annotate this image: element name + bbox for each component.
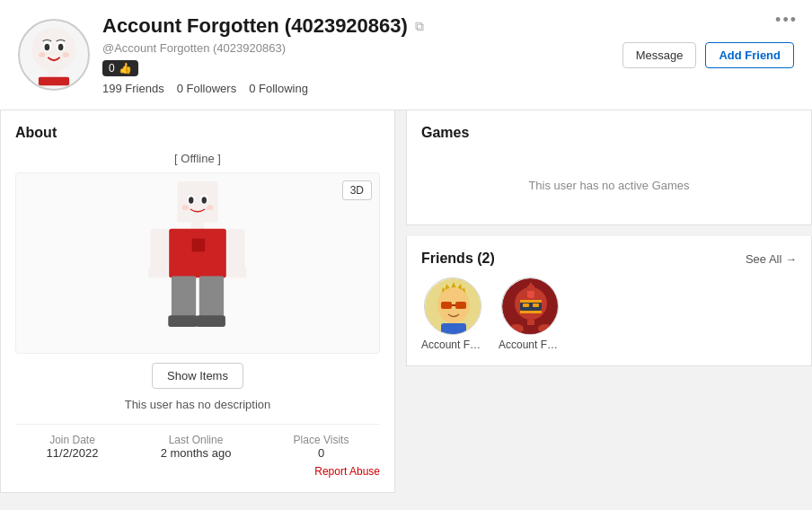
avatar-3d	[126, 173, 269, 353]
more-options-button[interactable]: •••	[775, 11, 798, 30]
svg-point-12	[189, 197, 193, 203]
join-date-label: Join Date	[47, 434, 99, 446]
svg-rect-22	[227, 267, 247, 278]
profile-name-row: Account Forgotten (4023920863) ⧉	[102, 14, 424, 38]
friends-header: Friends (2) See All →	[421, 251, 797, 267]
svg-rect-45	[523, 303, 529, 307]
report-abuse-link[interactable]: Report Abuse	[15, 465, 380, 478]
place-visits-value: 0	[294, 446, 349, 460]
see-all-link[interactable]: See All →	[746, 252, 797, 266]
svg-point-0	[31, 28, 75, 72]
about-panel: About [ Offline ]	[0, 110, 395, 493]
svg-rect-35	[455, 302, 466, 309]
svg-rect-2	[39, 77, 69, 86]
svg-rect-34	[441, 302, 452, 309]
friend-item[interactable]: Account For...	[421, 277, 484, 351]
friend-name: Account For...	[499, 339, 561, 351]
header-actions: Message Add Friend	[622, 42, 794, 68]
status-label: [ Offline ]	[15, 152, 380, 165]
join-date-value: 11/2/2022	[47, 446, 99, 460]
followers-stat[interactable]: 0 Followers	[177, 82, 236, 95]
svg-rect-44	[520, 311, 542, 313]
avatar-3d-container: 3D	[15, 172, 380, 354]
svg-rect-21	[148, 267, 168, 278]
user-stats-table: Join Date 11/2/2022 Last Online 2 months…	[15, 424, 380, 460]
svg-rect-20	[227, 229, 245, 268]
svg-rect-47	[527, 320, 534, 325]
right-panel: Games This user has no active Games Frie…	[395, 110, 812, 493]
svg-rect-26	[196, 315, 225, 327]
header-left: Account Forgotten (4023920863) ⧉ @Accoun…	[18, 14, 424, 95]
svg-rect-23	[172, 277, 196, 317]
show-items-button[interactable]: Show Items	[152, 363, 243, 389]
svg-point-8	[63, 52, 70, 57]
svg-rect-24	[199, 277, 224, 317]
stats-row: 199 Friends 0 Followers 0 Following	[102, 82, 424, 95]
no-games-text: This user has no active Games	[421, 152, 797, 210]
friends-section: Friends (2) See All →	[406, 236, 812, 366]
thumbs-up-icon: 👍	[119, 62, 132, 75]
svg-rect-19	[150, 229, 168, 268]
copy-icon[interactable]: ⧉	[415, 19, 424, 34]
svg-point-14	[182, 205, 189, 209]
svg-point-6	[58, 44, 64, 51]
message-button[interactable]: Message	[622, 42, 697, 68]
3d-button[interactable]: 3D	[342, 180, 372, 200]
svg-rect-9	[177, 181, 217, 222]
friends-stat[interactable]: 199 Friends	[102, 82, 164, 95]
games-title: Games	[421, 125, 797, 141]
place-visits-label: Place Visits	[294, 434, 349, 446]
svg-rect-36	[452, 304, 455, 306]
friends-list: Account For...	[421, 277, 797, 351]
about-title: About	[15, 125, 380, 141]
friend-name: Account For...	[421, 339, 484, 351]
profile-handle: @Account Forgotten (4023920863)	[102, 41, 424, 55]
place-visits-stat: Place Visits 0	[294, 434, 349, 460]
avatar	[18, 19, 90, 91]
svg-rect-25	[168, 315, 198, 327]
svg-rect-17	[169, 229, 226, 278]
badge-count: 0	[109, 62, 115, 75]
svg-point-13	[202, 197, 207, 203]
svg-point-50	[538, 324, 552, 333]
friend-avatar	[424, 277, 481, 335]
svg-rect-37	[441, 323, 466, 335]
svg-rect-18	[192, 239, 206, 252]
profile-header: Account Forgotten (4023920863) ⧉ @Accoun…	[0, 0, 812, 110]
badge-row: 0 👍	[102, 60, 424, 76]
blurb-badge: 0 👍	[102, 60, 138, 76]
friend-item[interactable]: Account For...	[499, 277, 561, 351]
main-content: About [ Offline ]	[0, 110, 812, 493]
svg-point-7	[39, 52, 46, 57]
description: This user has no description	[15, 398, 380, 411]
add-friend-button[interactable]: Add Friend	[705, 42, 794, 68]
last-online-label: Last Online	[161, 434, 232, 446]
svg-rect-46	[533, 303, 539, 307]
following-stat[interactable]: 0 Following	[249, 82, 308, 95]
svg-point-49	[509, 324, 524, 333]
friends-title: Friends (2)	[421, 251, 495, 267]
profile-name: Account Forgotten (4023920863)	[102, 14, 408, 38]
friend-avatar	[501, 277, 559, 335]
svg-point-15	[207, 205, 213, 209]
svg-point-5	[45, 44, 50, 51]
svg-rect-1	[48, 69, 59, 78]
profile-info: Account Forgotten (4023920863) ⧉ @Accoun…	[102, 14, 424, 95]
last-online-value: 2 months ago	[161, 446, 232, 460]
svg-rect-43	[520, 300, 542, 303]
join-date-stat: Join Date 11/2/2022	[47, 434, 99, 460]
last-online-stat: Last Online 2 months ago	[161, 434, 232, 460]
games-section: Games This user has no active Games	[406, 110, 812, 225]
